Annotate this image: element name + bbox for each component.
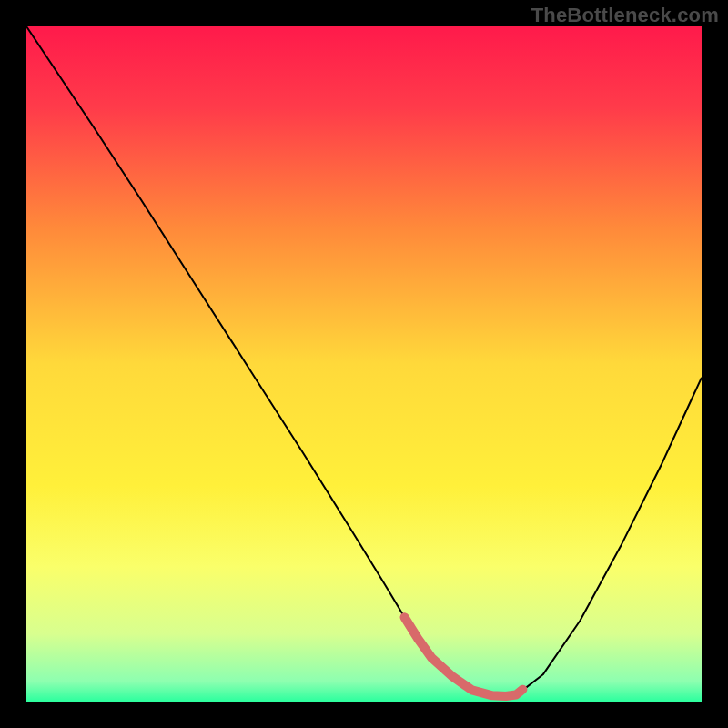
watermark-text: TheBottleneck.com [531,4,719,27]
chart-frame: TheBottleneck.com [0,0,728,728]
gradient-background [26,26,702,702]
bottleneck-chart [26,26,702,702]
plot-area [26,26,702,702]
